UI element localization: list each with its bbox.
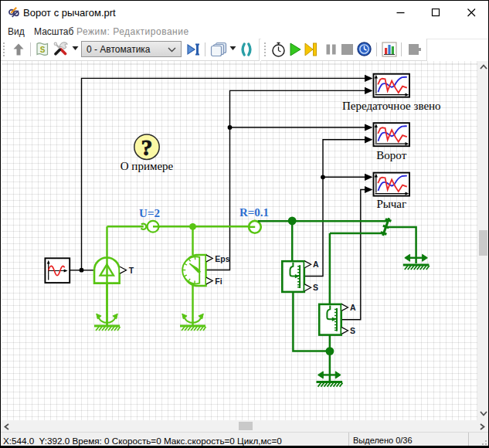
svg-text:S: S [313,283,318,292]
svg-text:Передаточное звено: Передаточное звено [342,100,441,112]
svg-text:R=0.1: R=0.1 [239,206,269,219]
svg-text:Ворот: Ворот [376,149,406,161]
svg-text:A: A [350,303,356,312]
svg-text:Рычаг: Рычаг [376,198,406,210]
svg-text:S: S [350,326,355,335]
svg-text:Eps: Eps [215,254,229,263]
svg-text:S: S [40,46,46,54]
svg-text:О примере: О примере [121,160,174,172]
svg-text:?: ? [141,134,153,160]
svg-text:A: A [313,260,319,269]
svg-text:U=2: U=2 [139,207,160,219]
svg-text:Fi: Fi [215,277,222,286]
svg-text:T: T [129,266,134,275]
